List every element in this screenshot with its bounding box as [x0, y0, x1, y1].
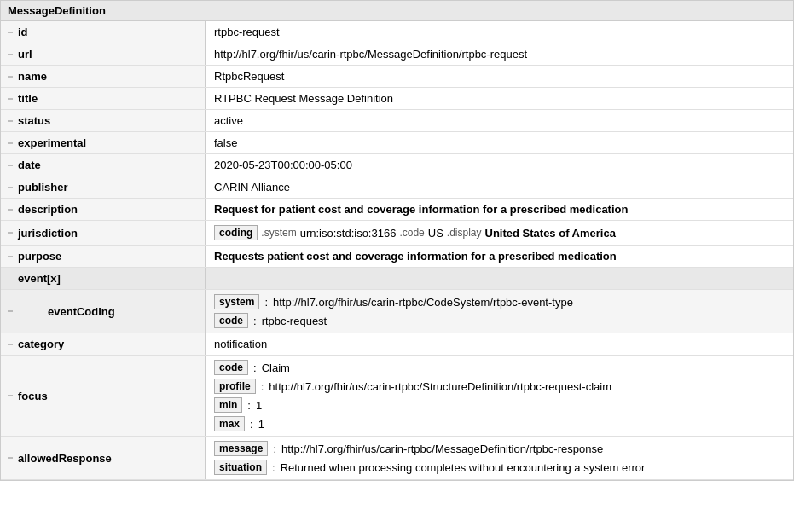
- system-label: .system: [261, 227, 296, 239]
- row-url: url http://hl7.org/fhir/us/carin-rtpbc/M…: [1, 43, 793, 66]
- coding-tag: coding: [214, 225, 258, 240]
- code-tag-label: .code: [399, 227, 424, 239]
- label-id: id: [1, 21, 206, 43]
- row-purpose: purpose Requests patient cost and covera…: [1, 246, 793, 268]
- code-value: US: [428, 227, 443, 240]
- value-focus: code : Claim profile : http://hl7.org/fh…: [206, 356, 793, 436]
- label-publisher: publisher: [1, 176, 206, 198]
- focus-profile-value: http://hl7.org/fhir/us/carin-rtpbc/Struc…: [269, 380, 611, 393]
- jurisdiction-coding-line: coding .system urn:iso:std:iso:3166 .cod…: [214, 225, 616, 240]
- display-value: United States of America: [485, 227, 616, 240]
- value-jurisdiction: coding .system urn:iso:std:iso:3166 .cod…: [206, 221, 793, 245]
- row-event-header: event[x]: [1, 268, 793, 290]
- value-url: http://hl7.org/fhir/us/carin-rtpbc/Messa…: [206, 43, 793, 65]
- label-title: title: [1, 88, 206, 109]
- value-allowed-response: message : http://hl7.org/fhir/us/carin-r…: [206, 437, 793, 479]
- label-description: description: [1, 199, 206, 220]
- label-experimental: experimental: [1, 132, 206, 153]
- event-system-value: http://hl7.org/fhir/us/carin-rtpbc/CodeS…: [273, 296, 573, 309]
- allowed-situation-line: situation : Returned when processing com…: [214, 460, 645, 475]
- value-event-coding: system : http://hl7.org/fhir/us/carin-rt…: [206, 290, 793, 332]
- label-name: name: [1, 66, 206, 87]
- allowed-message-tag: message: [214, 441, 268, 456]
- value-experimental: false: [206, 132, 793, 153]
- row-publisher: publisher CARIN Alliance: [1, 176, 793, 199]
- value-event-header: [206, 268, 793, 289]
- focus-code-tag: code: [214, 360, 248, 375]
- event-code-value: rtpbc-request: [262, 315, 327, 327]
- event-system-line: system : http://hl7.org/fhir/us/carin-rt…: [214, 294, 573, 309]
- row-event-coding-system: eventCoding system : http://hl7.org/fhir…: [1, 290, 793, 333]
- focus-profile-line: profile : http://hl7.org/fhir/us/carin-r…: [214, 379, 611, 394]
- focus-code-value: Claim: [262, 361, 290, 374]
- event-code-line: code : rtpbc-request: [214, 313, 327, 328]
- focus-min-tag: min: [214, 397, 242, 413]
- focus-min-value: 1: [256, 399, 262, 412]
- value-name: RtpbcRequest: [206, 66, 793, 87]
- allowed-message-value: http://hl7.org/fhir/us/carin-rtpbc/Messa…: [281, 442, 603, 455]
- label-event-coding: eventCoding: [1, 290, 206, 332]
- row-name: name RtpbcRequest: [1, 66, 793, 88]
- focus-max-tag: max: [214, 416, 245, 431]
- label-date: date: [1, 154, 206, 176]
- row-experimental: experimental false: [1, 132, 793, 154]
- row-title: title RTPBC Request Message Definition: [1, 88, 793, 110]
- label-url: url: [1, 43, 206, 65]
- row-allowed-response: allowedResponse message : http://hl7.org…: [1, 437, 793, 480]
- event-code-tag: code: [214, 313, 248, 328]
- label-jurisdiction: jurisdiction: [1, 221, 206, 245]
- section-title: MessageDefinition: [8, 4, 106, 17]
- focus-min-line: min : 1: [214, 397, 262, 413]
- value-title: RTPBC Request Message Definition: [206, 88, 793, 109]
- row-jurisdiction: jurisdiction coding .system urn:iso:std:…: [1, 221, 793, 246]
- row-focus: focus code : Claim profile : http://hl7.…: [1, 356, 793, 437]
- main-container: MessageDefinition id rtpbc-request url h…: [0, 0, 794, 481]
- value-category: notification: [206, 333, 793, 355]
- label-category: category: [1, 333, 206, 355]
- row-category: category notification: [1, 333, 793, 356]
- value-status: active: [206, 110, 793, 131]
- value-id: rtpbc-request: [206, 21, 793, 43]
- value-date: 2020-05-23T00:00:00-05:00: [206, 154, 793, 176]
- value-publisher: CARIN Alliance: [206, 176, 793, 198]
- focus-max-line: max : 1: [214, 416, 264, 431]
- display-label: .display: [447, 227, 482, 239]
- label-event: event[x]: [1, 268, 206, 289]
- allowed-situation-value: Returned when processing completes witho…: [281, 461, 646, 474]
- focus-max-value: 1: [258, 418, 264, 431]
- focus-code-line: code : Claim: [214, 360, 290, 375]
- row-status: status active: [1, 110, 793, 132]
- value-purpose: Requests patient cost and coverage infor…: [206, 246, 793, 267]
- allowed-situation-tag: situation: [214, 460, 267, 475]
- focus-profile-tag: profile: [214, 379, 256, 394]
- row-description: description Request for patient cost and…: [1, 199, 793, 221]
- label-purpose: purpose: [1, 246, 206, 267]
- system-value: urn:iso:std:iso:3166: [300, 227, 397, 240]
- section-header: MessageDefinition: [1, 1, 793, 21]
- label-status: status: [1, 110, 206, 131]
- label-focus: focus: [1, 356, 206, 436]
- row-date: date 2020-05-23T00:00:00-05:00: [1, 154, 793, 176]
- allowed-message-line: message : http://hl7.org/fhir/us/carin-r…: [214, 441, 603, 456]
- value-description: Request for patient cost and coverage in…: [206, 199, 793, 220]
- label-allowed-response: allowedResponse: [1, 437, 206, 479]
- row-id: id rtpbc-request: [1, 21, 793, 43]
- event-system-tag: system: [214, 294, 259, 309]
